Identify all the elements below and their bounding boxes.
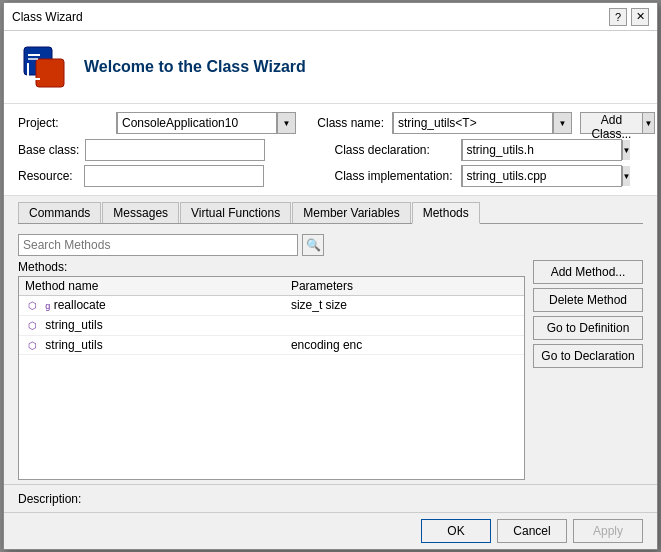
cancel-button[interactable]: Cancel [497,519,567,543]
table-row[interactable]: ⬡ string_utils encoding enc [19,335,524,355]
help-button[interactable]: ? [609,8,627,26]
description-label: Description: [18,492,81,506]
method-name: string_utils [45,318,102,332]
method-params: encoding enc [285,335,524,355]
class-implementation-arrow[interactable]: ▼ [622,166,631,186]
classname-input[interactable] [393,112,553,134]
main-area: Methods: Method name Parameters [18,260,643,480]
action-buttons: Add Method... Delete Method Go to Defini… [533,260,643,480]
project-label: Project: [18,116,108,130]
add-method-button[interactable]: Add Method... [533,260,643,284]
project-classname-row: Project: ▼ Class name: ▼ Add Class... ▼ [18,112,643,134]
wizard-icon [20,43,68,91]
method-icon: ⬡ [25,338,39,352]
methods-section: Methods: Method name Parameters [18,260,525,480]
method-name: reallocate [54,298,106,312]
class-declaration-row: Class declaration: ▼ [335,139,644,161]
method-params: size_t size [285,296,524,316]
method-name-cell: ⬡ string_utils [19,335,285,355]
fields-row: Base class: Resource: Class declaration:… [18,139,643,187]
search-input[interactable] [18,234,298,256]
tabs-bar: Commands Messages Virtual Functions Memb… [18,202,643,224]
tab-methods[interactable]: Methods [412,202,480,224]
add-class-dropdown-arrow[interactable]: ▼ [642,112,655,134]
class-implementation-row: Class implementation: ▼ [335,165,644,187]
base-class-row: Base class: [18,139,327,161]
subscript-icon: g [45,301,50,311]
go-to-definition-button[interactable]: Go to Definition [533,316,643,340]
classname-label: Class name: [304,116,384,130]
method-name-cell: ⬡ g reallocate [19,296,285,316]
footer: OK Cancel Apply [4,512,657,549]
ok-button[interactable]: OK [421,519,491,543]
table-row[interactable]: ⬡ string_utils [19,315,524,335]
close-button[interactable]: ✕ [631,8,649,26]
col-parameters: Parameters [285,277,524,296]
tab-commands[interactable]: Commands [18,202,101,223]
project-input[interactable] [117,112,277,134]
form-section: Project: ▼ Class name: ▼ Add Class... ▼ [4,104,657,196]
class-implementation-input[interactable] [462,165,622,187]
add-class-button[interactable]: Add Class... [580,112,642,134]
add-class-split-btn[interactable]: Add Class... ▼ [580,112,655,134]
search-button[interactable]: 🔍 [302,234,324,256]
methods-table: Method name Parameters ⬡ g reallocate [19,277,524,355]
method-icon: ⬡ [25,299,39,313]
class-declaration-input[interactable] [462,139,622,161]
tab-member-variables[interactable]: Member Variables [292,202,410,223]
right-fields: Class declaration: ▼ Class implementatio… [335,139,644,187]
wizard-header: Welcome to the Class Wizard [4,31,657,104]
table-row[interactable]: ⬡ g reallocate size_t size [19,296,524,316]
delete-method-button[interactable]: Delete Method [533,288,643,312]
resource-row: Resource: [18,165,327,187]
base-class-input[interactable] [85,139,265,161]
go-to-declaration-button[interactable]: Go to Declaration [533,344,643,368]
title-bar-title: Class Wizard [12,10,83,24]
method-name-cell: ⬡ string_utils [19,315,285,335]
classname-arrow[interactable]: ▼ [553,113,571,133]
title-text: Class Wizard [12,10,83,24]
class-declaration-label: Class declaration: [335,143,455,157]
base-class-label: Base class: [18,143,79,157]
left-fields: Base class: Resource: [18,139,327,187]
description-bar: Description: [4,484,657,512]
title-bar: Class Wizard ? ✕ [4,3,657,31]
project-combo[interactable]: ▼ [116,112,296,134]
methods-label: Methods: [18,260,525,274]
class-declaration-arrow[interactable]: ▼ [622,140,631,160]
method-name: string_utils [45,338,102,352]
search-row: 🔍 [18,234,643,256]
project-arrow[interactable]: ▼ [277,113,295,133]
col-method-name: Method name [19,277,285,296]
tab-content: 🔍 Methods: Method name Parameters [4,224,657,484]
search-icon: 🔍 [306,238,321,252]
resource-input[interactable] [84,165,264,187]
svg-rect-2 [40,63,60,83]
method-params [285,315,524,335]
class-wizard-dialog: Class Wizard ? ✕ Welcome to the Class Wi… [3,2,658,550]
tab-virtual-functions[interactable]: Virtual Functions [180,202,291,223]
classname-combo[interactable]: ▼ [392,112,572,134]
apply-button[interactable]: Apply [573,519,643,543]
title-bar-controls: ? ✕ [609,8,649,26]
wizard-header-text: Welcome to the Class Wizard [84,58,306,76]
tab-messages[interactable]: Messages [102,202,179,223]
class-implementation-label: Class implementation: [335,169,455,183]
method-icon: ⬡ [25,319,39,333]
tabs-container: Commands Messages Virtual Functions Memb… [4,196,657,224]
resource-label: Resource: [18,169,78,183]
methods-table-wrapper[interactable]: Method name Parameters ⬡ g reallocate [18,276,525,480]
